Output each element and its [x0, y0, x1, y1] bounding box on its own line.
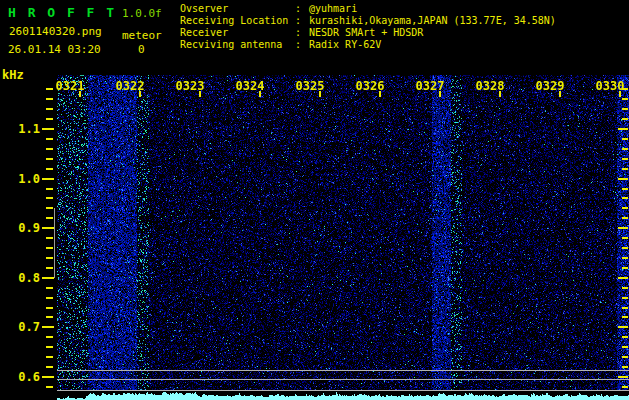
freq-minor-tick-right [622, 188, 628, 190]
freq-label-0.7: 0.7 [4, 320, 40, 334]
freq-minor-tick-left [46, 316, 53, 318]
info-value-0: @yuhmari [309, 3, 357, 14]
freq-major-tick-right [618, 376, 628, 378]
freq-minor-tick-right [622, 217, 628, 219]
freq-minor-tick-left [46, 346, 53, 348]
freq-minor-tick-left [46, 148, 53, 150]
hrofft-window: H R O F F T 1.0.0f 2601140320.png meteor… [0, 0, 629, 400]
frequency-range-marker [54, 208, 55, 278]
freq-major-tick-right [618, 326, 628, 328]
output-filename: 2601140320.png [9, 25, 102, 38]
freq-minor-tick-right [622, 168, 628, 170]
meteor-count-value: 0 [138, 43, 145, 56]
time-tick-0324 [259, 91, 261, 97]
info-colon-0: : [295, 3, 301, 14]
freq-minor-tick-left [46, 237, 53, 239]
freq-minor-tick-left [46, 138, 53, 140]
reference-line-upper [57, 370, 629, 371]
freq-minor-tick-right [622, 138, 628, 140]
time-label-0330: 0330 [594, 79, 626, 93]
freq-minor-tick-right [622, 148, 628, 150]
freq-minor-tick-right [622, 267, 628, 269]
reference-line-middle [57, 379, 629, 380]
freq-label-0.9: 0.9 [4, 221, 40, 235]
freq-minor-tick-left [46, 267, 53, 269]
info-label-0: Ovserver [180, 3, 228, 14]
freq-minor-tick-left [46, 108, 53, 110]
freq-label-0.6: 0.6 [4, 370, 40, 384]
time-label-0328: 0328 [474, 79, 506, 93]
freq-major-tick-right [618, 227, 628, 229]
time-tick-0326 [379, 91, 381, 97]
freq-minor-tick-left [46, 297, 53, 299]
freq-minor-tick-right [622, 158, 628, 160]
freq-minor-tick-right [622, 98, 628, 100]
app-title: H R O F F T [8, 5, 116, 20]
freq-minor-tick-right [622, 356, 628, 358]
freq-minor-tick-right [622, 237, 628, 239]
time-label-0323: 0323 [174, 79, 206, 93]
signal-level-canvas [57, 390, 629, 400]
time-label-0327: 0327 [414, 79, 446, 93]
info-colon-3: : [295, 39, 301, 50]
reference-line-lower [57, 390, 629, 391]
freq-minor-tick-left [46, 356, 53, 358]
freq-major-tick-left [42, 128, 54, 130]
freq-minor-tick-right [622, 197, 628, 199]
freq-minor-tick-right [622, 287, 628, 289]
freq-major-tick-left [42, 376, 54, 378]
freq-minor-tick-left [46, 386, 53, 388]
freq-major-tick-left [42, 227, 54, 229]
freq-minor-tick-right [622, 346, 628, 348]
freq-minor-tick-left [46, 98, 53, 100]
observation-datetime: 26.01.14 03:20 [8, 43, 101, 56]
info-label-1: Receiving Location [180, 15, 288, 26]
freq-major-tick-right [618, 277, 628, 279]
freq-minor-tick-left [46, 197, 53, 199]
info-colon-2: : [295, 27, 301, 38]
freq-minor-tick-right [622, 366, 628, 368]
info-value-2: NESDR SMArt + HDSDR [309, 27, 423, 38]
info-label-2: Receiver [180, 27, 228, 38]
freq-minor-tick-right [622, 257, 628, 259]
info-label-3: Recviving antenna [180, 39, 282, 50]
freq-minor-tick-left [46, 247, 53, 249]
freq-label-0.8: 0.8 [4, 271, 40, 285]
freq-minor-tick-left [46, 307, 53, 309]
freq-minor-tick-left [46, 188, 53, 190]
freq-minor-tick-left [46, 158, 53, 160]
time-tick-0329 [559, 91, 561, 97]
freq-major-tick-right [618, 178, 628, 180]
meteor-count-label: meteor [122, 29, 162, 42]
freq-major-tick-left [42, 326, 54, 328]
freq-minor-tick-right [622, 297, 628, 299]
time-tick-0325 [319, 91, 321, 97]
time-tick-0327 [439, 91, 441, 97]
freq-minor-tick-right [622, 247, 628, 249]
freq-minor-tick-right [622, 386, 628, 388]
freq-minor-tick-left [46, 257, 53, 259]
time-tick-0330 [619, 91, 621, 97]
spectrogram-canvas [57, 75, 629, 390]
freq-minor-tick-right [622, 108, 628, 110]
time-label-0321: 0321 [54, 79, 86, 93]
time-tick-0322 [139, 91, 141, 97]
freq-minor-tick-right [622, 207, 628, 209]
freq-minor-tick-left [46, 217, 53, 219]
freq-minor-tick-left [46, 336, 53, 338]
freq-minor-tick-right [622, 316, 628, 318]
time-label-0325: 0325 [294, 79, 326, 93]
freq-minor-tick-left [46, 366, 53, 368]
frequency-unit-label: kHz [2, 68, 24, 82]
freq-minor-tick-left [46, 118, 53, 120]
freq-minor-tick-left [46, 88, 53, 90]
time-tick-0328 [499, 91, 501, 97]
freq-minor-tick-right [622, 307, 628, 309]
time-label-0326: 0326 [354, 79, 386, 93]
time-label-0329: 0329 [534, 79, 566, 93]
time-label-0322: 0322 [114, 79, 146, 93]
freq-minor-tick-left [46, 207, 53, 209]
time-tick-0323 [199, 91, 201, 97]
freq-major-tick-right [618, 128, 628, 130]
info-colon-1: : [295, 15, 301, 26]
